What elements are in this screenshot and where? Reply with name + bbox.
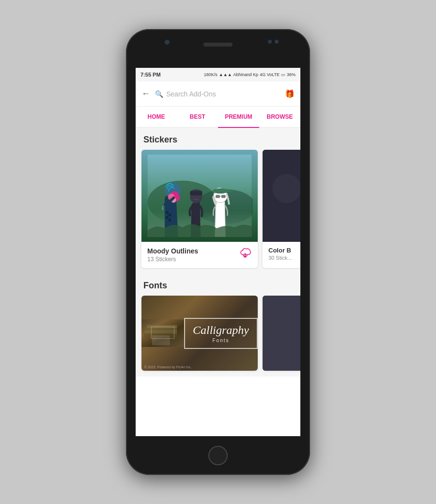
camera-sensor: [165, 40, 170, 45]
moody-outlines-card[interactable]: Moody Outlines 13 Stickers: [141, 150, 258, 268]
tab-bar: HOME BEST PREMIUM BROWSE: [136, 107, 300, 128]
color-b-card[interactable]: Color B 30 Stick...: [263, 150, 300, 268]
network-type: 4G VoLTE: [260, 72, 280, 77]
calligraphy-card-image: Calligraphy Fonts © 2015. Powered by Pic…: [141, 296, 258, 371]
phone-screen: 7:55 PM 180K/s ▲▲▲ Abhinand Kp 4G VoLTE …: [136, 68, 300, 436]
tab-browse[interactable]: BROWSE: [259, 107, 300, 127]
content-area: Stickers: [136, 128, 300, 377]
color-b-illustration: [263, 150, 300, 242]
back-button[interactable]: ←: [141, 89, 150, 99]
phone-bottom-bezel: [208, 436, 228, 475]
fonts-section-title: Fonts: [136, 274, 300, 296]
svg-rect-20: [169, 214, 171, 216]
network-speed: 180K/s: [204, 72, 218, 77]
search-placeholder-text: Search Add-Ons: [166, 90, 216, 98]
search-container[interactable]: 🔍 Search Add-Ons: [155, 90, 280, 98]
color-b-card-count: 30 Stick...: [268, 255, 300, 261]
sensor-1: [268, 40, 272, 44]
battery-level: 36%: [287, 72, 296, 77]
phone-sensors: [268, 40, 279, 44]
svg-point-24: [272, 174, 300, 203]
color-b-card-info: Color B 30 Stick...: [263, 242, 300, 266]
tab-home[interactable]: HOME: [136, 107, 177, 127]
calligraphy-font-card[interactable]: Calligraphy Fonts © 2015. Powered by Pic…: [141, 296, 258, 371]
status-bar: 7:55 PM 180K/s ▲▲▲ Abhinand Kp 4G VoLTE …: [136, 68, 300, 81]
svg-rect-15: [226, 190, 231, 192]
home-button[interactable]: [208, 446, 228, 465]
calligraphy-text-box: Calligraphy Fonts: [184, 318, 258, 349]
dark-font-illustration: [263, 296, 300, 371]
phone-top-bezel: [126, 29, 310, 68]
dark-font-card[interactable]: [263, 296, 300, 371]
svg-rect-21: [166, 216, 168, 219]
moody-card-image: [141, 150, 258, 242]
calligraphy-subtitle: Fonts: [193, 338, 249, 343]
download-icon[interactable]: [238, 247, 252, 263]
dark-font-card-image: [263, 296, 300, 371]
speaker: [203, 43, 233, 47]
color-b-card-name: Color B: [268, 247, 300, 254]
sticker-cards-row: Moody Outlines 13 Stickers: [136, 150, 300, 274]
svg-rect-32: [263, 296, 300, 371]
sensor-2: [275, 40, 279, 44]
status-right: 180K/s ▲▲▲ Abhinand Kp 4G VoLTE ▭ 36%: [204, 72, 296, 77]
search-icon: 🔍: [155, 90, 163, 98]
moody-card-info: Moody Outlines 13 Stickers: [141, 242, 258, 268]
stickers-section-title: Stickers: [136, 128, 300, 150]
gift-icon[interactable]: 🎁: [285, 89, 295, 98]
status-time: 7:55 PM: [140, 72, 161, 78]
svg-rect-17: [221, 195, 226, 198]
font-card-credit: © 2015. Powered by PicArt Inc.: [144, 365, 191, 369]
color-b-card-image: [263, 150, 300, 242]
moody-illustration: [146, 155, 253, 237]
moody-card-name: Moody Outlines: [147, 247, 198, 255]
svg-rect-22: [169, 219, 171, 221]
signal-icon: ▲▲▲: [219, 72, 232, 77]
calligraphy-title: Calligraphy: [193, 324, 249, 337]
moody-card-text: Moody Outlines 13 Stickers: [147, 247, 198, 263]
font-cards-row: Calligraphy Fonts © 2015. Powered by Pic…: [136, 296, 300, 377]
svg-rect-16: [216, 195, 220, 198]
svg-rect-14: [213, 189, 228, 193]
phone-shell: 7:55 PM 180K/s ▲▲▲ Abhinand Kp 4G VoLTE …: [126, 29, 310, 475]
tab-premium[interactable]: PREMIUM: [218, 107, 259, 127]
battery-icon: ▭: [281, 72, 285, 77]
tab-best[interactable]: BEST: [177, 107, 218, 127]
svg-rect-19: [166, 211, 168, 213]
svg-rect-11: [190, 191, 202, 195]
app-bar: ← 🔍 Search Add-Ons 🎁: [136, 81, 300, 107]
carrier: Abhinand Kp: [234, 72, 259, 77]
moody-card-count: 13 Stickers: [147, 256, 198, 263]
